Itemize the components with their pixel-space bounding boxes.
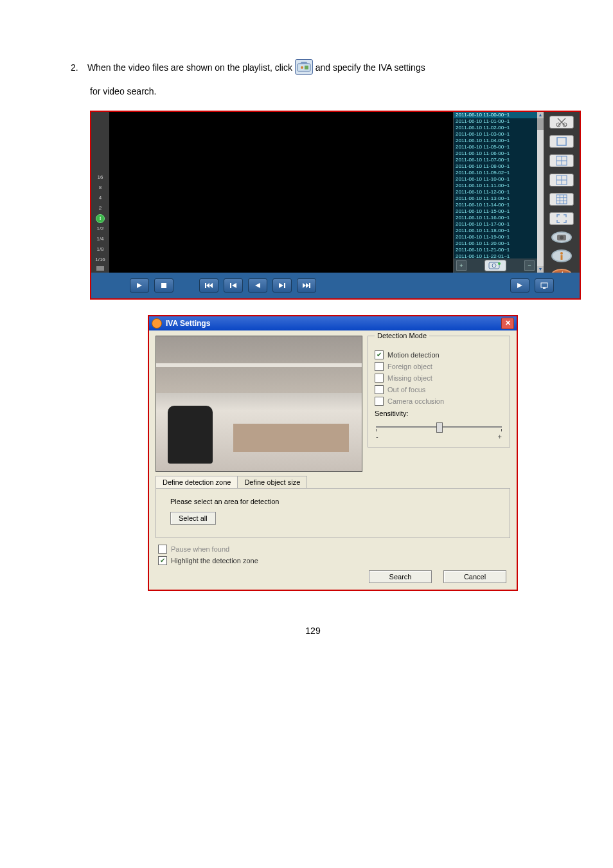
close-icon[interactable]: ✕ xyxy=(501,318,514,329)
sensitivity-label: Sensitivity: xyxy=(375,410,503,417)
playlist-item[interactable]: 2011-06-10 11-12-00~1 xyxy=(454,189,544,195)
playlist-item[interactable]: 2011-06-10 11-19-00~1 xyxy=(454,234,544,240)
select-all-button[interactable]: Select all xyxy=(170,512,216,525)
tab-object-size[interactable]: Define object size xyxy=(237,476,307,488)
playlist-remove-button[interactable]: − xyxy=(524,260,535,271)
svg-rect-33 xyxy=(309,283,310,288)
playlist[interactable]: 2011-06-10 11-00-00~1 2011-06-10 11-01-0… xyxy=(454,112,544,273)
playlist-add-button[interactable]: + xyxy=(456,260,466,271)
playlist-item[interactable]: 2011-06-10 11-05-00~1 xyxy=(454,144,544,150)
step-back-button[interactable] xyxy=(248,278,267,293)
page-number: 129 xyxy=(71,626,555,636)
detection-mode-fieldset: Detection Mode ✔ Motion detection Foreig… xyxy=(368,336,510,448)
playlist-item[interactable]: 2011-06-10 11-01-00~1 xyxy=(454,118,544,125)
player-controls-bar xyxy=(91,273,580,298)
step-number: 2. xyxy=(71,58,85,78)
option-label: Pause when found xyxy=(171,545,229,553)
playlist-item[interactable]: 2011-06-10 11-09-02~1 xyxy=(454,170,544,176)
option-label: Camera occlusion xyxy=(387,397,444,405)
slider-thumb[interactable] xyxy=(436,422,443,433)
playlist-scrollbar[interactable]: ▲ ▼ xyxy=(537,112,544,273)
out-of-focus-checkbox[interactable]: Out of focus xyxy=(375,385,503,394)
skip-last-button[interactable] xyxy=(297,278,316,293)
svg-rect-15 xyxy=(556,195,567,204)
checkbox-icon[interactable]: ✔ xyxy=(375,350,384,359)
iva-inline-icon xyxy=(295,59,313,75)
tool-grid4-icon[interactable] xyxy=(549,174,574,186)
tool-camera-icon[interactable] xyxy=(551,231,572,243)
playlist-item[interactable]: 2011-06-10 11-21-00~1 xyxy=(454,247,544,253)
playlist-footer: + − xyxy=(454,258,537,273)
tool-fullscreen-icon[interactable] xyxy=(549,212,574,225)
pause-when-found-checkbox[interactable]: Pause when found xyxy=(158,545,508,554)
playlist-item[interactable]: 2011-06-10 11-14-00~1 xyxy=(454,202,544,208)
tool-info-icon[interactable] xyxy=(551,249,572,262)
playlist-item[interactable]: 2011-06-10 11-08-00~1 xyxy=(454,163,544,170)
missing-object-checkbox[interactable]: Missing object xyxy=(375,374,503,383)
preview-canvas[interactable] xyxy=(155,336,362,472)
playlist-item[interactable]: 2011-06-10 11-15-00~1 xyxy=(454,208,544,215)
checkbox-icon[interactable] xyxy=(375,385,384,394)
yaxis-label: 1/4 xyxy=(96,235,103,244)
instruction-part2: and specify the IVA settings xyxy=(315,62,425,73)
scroll-thumb[interactable] xyxy=(537,118,544,130)
tool-grid3-icon[interactable] xyxy=(549,154,574,167)
svg-rect-23 xyxy=(561,255,563,260)
playlist-item[interactable]: 2011-06-10 11-03-00~1 xyxy=(454,131,544,138)
tab-content-zone: Please select an area for detection Sele… xyxy=(155,488,510,538)
playlist-item[interactable]: 2011-06-10 11-11-00~1 xyxy=(454,183,544,189)
speed-indicator-icon[interactable]: ! xyxy=(96,214,105,223)
scroll-up-icon[interactable]: ▲ xyxy=(537,112,544,118)
playlist-item[interactable]: 2011-06-10 11-10-00~1 xyxy=(454,176,544,183)
stop-button[interactable] xyxy=(154,278,173,293)
checkbox-icon[interactable] xyxy=(375,374,384,383)
sensitivity-slider[interactable] xyxy=(376,421,502,433)
yaxis-label: 1/16 xyxy=(95,255,105,264)
foreign-object-checkbox[interactable]: Foreign object xyxy=(375,362,503,371)
playlist-item[interactable]: 2011-06-10 11-13-00~1 xyxy=(454,195,544,202)
tab-detection-zone[interactable]: Define detection zone xyxy=(155,476,238,488)
playlist-search-icon[interactable] xyxy=(484,260,506,271)
playlist-item[interactable]: 2011-06-10 11-20-00~1 xyxy=(454,240,544,247)
next-frame-button[interactable] xyxy=(272,278,292,293)
playlist-item[interactable]: 2011-06-10 11-07-00~1 xyxy=(454,157,544,163)
camera-occlusion-checkbox[interactable]: Camera occlusion xyxy=(375,397,503,406)
playlist-item[interactable]: 2011-06-10 11-17-00~1 xyxy=(454,221,544,228)
yaxis-label: 2 xyxy=(99,204,102,213)
yaxis-label: 4 xyxy=(99,194,102,203)
tool-scissors-icon[interactable] xyxy=(549,116,574,129)
skip-first-button[interactable] xyxy=(199,278,218,293)
playlist-item[interactable]: 2011-06-10 11-04-00~1 xyxy=(454,138,544,144)
search-button[interactable]: Search xyxy=(369,570,432,583)
yaxis-label: 8 xyxy=(99,183,102,192)
playlist-item[interactable]: 2011-06-10 11-06-00~1 xyxy=(454,150,544,157)
highlight-zone-checkbox[interactable]: ✔ Highlight the detection zone xyxy=(158,556,508,565)
option-label: Motion detection xyxy=(387,351,440,359)
prev-frame-button[interactable] xyxy=(224,278,243,293)
zone-hint: Please select an area for detection xyxy=(170,498,502,505)
detection-legend: Detection Mode xyxy=(375,332,429,339)
scale-minus: - xyxy=(376,433,378,440)
yaxis-label: 1/2 xyxy=(96,224,103,233)
checkbox-icon[interactable] xyxy=(375,362,384,371)
svg-point-5 xyxy=(498,262,501,265)
tool-single-view-icon[interactable] xyxy=(549,135,574,148)
mode-play-icon[interactable] xyxy=(510,278,529,293)
playlist-item[interactable]: 2011-06-10 11-00-00~1 xyxy=(454,112,544,118)
svg-point-6 xyxy=(556,123,560,127)
checkbox-icon[interactable] xyxy=(375,397,384,406)
scroll-down-icon[interactable]: ▼ xyxy=(537,266,544,273)
checkbox-icon[interactable]: ✔ xyxy=(158,556,167,565)
mode-monitor-icon[interactable] xyxy=(535,278,554,293)
playlist-item[interactable]: 2011-06-10 11-16-00~1 xyxy=(454,215,544,221)
checkbox-icon[interactable] xyxy=(158,545,167,554)
play-button[interactable] xyxy=(130,278,149,293)
svg-rect-32 xyxy=(284,283,285,288)
tool-grid9-icon[interactable] xyxy=(549,193,574,206)
dialog-titlebar[interactable]: IVA Settings ✕ xyxy=(149,316,517,330)
motion-detection-checkbox[interactable]: ✔ Motion detection xyxy=(375,350,503,359)
player-yaxis: 16 8 4 2 ! 1/2 1/4 1/8 1/16 xyxy=(91,112,109,273)
cancel-button[interactable]: Cancel xyxy=(443,570,506,583)
playlist-item[interactable]: 2011-06-10 11-02-00~1 xyxy=(454,125,544,131)
playlist-item[interactable]: 2011-06-10 11-18-00~1 xyxy=(454,228,544,234)
